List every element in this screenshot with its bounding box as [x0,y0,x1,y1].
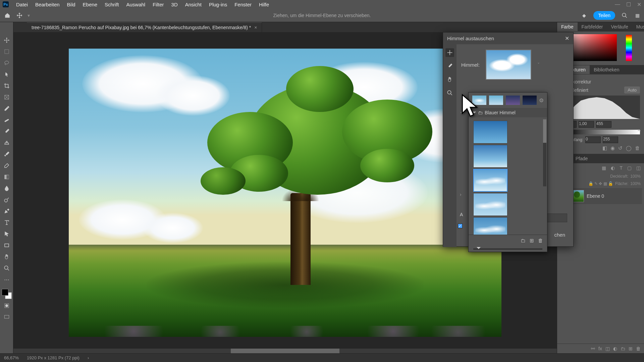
tab-patterns[interactable]: Muster [632,22,644,31]
filter-shape-icon[interactable]: ▢ [627,165,632,171]
window-maximize-icon[interactable]: ☐ [626,1,631,8]
dialog-brush-tool-icon[interactable] [445,62,454,70]
group-layers-icon[interactable]: 🗀 [621,346,625,351]
import-folder-icon[interactable]: 🗀 [521,238,526,244]
lock-icons[interactable]: 🔒 ✎ ✥ ▦ 🔓 [588,181,613,186]
preview-checkbox[interactable] [458,224,463,228]
recent-sky-thumb[interactable] [489,95,503,105]
clip-icon[interactable]: ◧ [602,145,607,151]
reset-icon[interactable]: ↺ [618,145,623,151]
gradient-tool-icon[interactable] [2,172,11,182]
sky-folder-header[interactable]: 🗀 Blauer Himmel [469,108,547,117]
layer-style-icon[interactable]: fx [598,346,602,351]
filter-pixel-icon[interactable]: ▦ [602,165,606,171]
cloud-status-icon[interactable]: ◆ [581,12,587,19]
eyedropper-tool-icon[interactable] [2,104,11,113]
foreground-color-swatch[interactable] [2,289,8,296]
frame-tool-icon[interactable] [2,93,11,102]
layer-mask-icon[interactable]: ◫ [605,346,610,351]
window-close-icon[interactable]: ✕ [637,1,641,8]
delete-layer-icon[interactable]: 🗑 [636,346,641,351]
status-chevron-icon[interactable]: › [88,355,89,360]
delete-adjustment-icon[interactable]: 🗑 [635,145,640,151]
fill-value[interactable]: 100% [630,181,641,186]
path-select-tool-icon[interactable] [2,229,11,239]
thumbnail-size-slider[interactable] [469,246,547,252]
eraser-tool-icon[interactable] [2,161,11,170]
delete-preset-icon[interactable]: 🗑 [538,238,543,244]
rectangle-tool-icon[interactable] [2,241,11,250]
crop-tool-icon[interactable] [2,81,11,90]
blur-tool-icon[interactable] [2,184,11,193]
adjustment-layer-icon[interactable]: ◐ [613,346,617,351]
hand-tool-icon[interactable] [2,252,11,261]
zoom-tool-icon[interactable] [2,263,11,273]
level-mid-input[interactable]: 1,00 [579,121,594,128]
foreground-background-colors[interactable] [2,289,12,299]
output-min-input[interactable]: 0 [585,136,601,143]
recent-sky-thumb[interactable] [505,95,520,105]
share-button[interactable]: Teilen [593,11,615,20]
tab-swatches[interactable]: Farbfelder [578,22,607,31]
filter-adj-icon[interactable]: ◐ [611,165,615,171]
tab-libraries[interactable]: Bibliotheken [590,65,623,74]
picker-settings-icon[interactable]: ⚙ [539,97,544,104]
menu-item-edit[interactable]: Bearbeiten [32,1,63,8]
filter-type-icon[interactable]: T [620,165,623,171]
quick-select-tool-icon[interactable] [2,70,11,79]
hue-slider[interactable] [626,35,632,61]
quick-mask-icon[interactable] [2,301,11,310]
move-tool-icon[interactable] [2,36,11,45]
pen-tool-icon[interactable] [2,206,11,216]
lasso-tool-icon[interactable] [2,58,11,68]
sky-dropdown-chevron-icon[interactable]: ˅ [537,62,540,67]
dialog-move-tool-icon[interactable] [445,48,454,57]
dialog-hand-tool-icon[interactable] [445,75,454,84]
tab-gradients[interactable]: Verläufe [607,22,632,31]
zoom-level[interactable]: 66,67% [4,355,19,360]
home-icon[interactable] [3,11,11,19]
dodge-tool-icon[interactable] [2,195,11,204]
menu-item-select[interactable]: Auswahl [123,1,149,8]
edit-toolbar-icon[interactable]: ⋯ [2,275,11,284]
type-tool-icon[interactable] [2,218,11,227]
level-white-input[interactable]: 455 [596,121,611,128]
picker-scrollbar-thumb[interactable] [543,119,546,143]
new-preset-icon[interactable]: ⊞ [530,238,534,244]
document-tab[interactable]: tree-7186835_Ramon Perucho auf Pixabay.j… [27,22,262,32]
sky-preset-thumb[interactable] [473,145,507,168]
filter-smart-icon[interactable]: ◫ [636,165,641,171]
recent-sky-thumb[interactable] [472,95,487,105]
sky-preset-thumb-selected[interactable] [473,169,507,192]
section-chevron-icon[interactable]: › [460,192,462,197]
workspace-icon[interactable]: ▦ [634,12,641,19]
sky-preset-thumb[interactable] [473,217,507,235]
dialog-zoom-tool-icon[interactable] [445,88,454,97]
menu-item-window[interactable]: Fenster [231,1,255,8]
screen-mode-icon[interactable] [2,312,11,322]
menu-item-image[interactable]: Bild [64,1,79,8]
search-icon[interactable] [621,12,628,19]
menu-item-view[interactable]: Ansicht [182,1,205,8]
menu-item-layer[interactable]: Ebene [79,1,101,8]
menu-item-plugins[interactable]: Plug-ins [206,1,230,8]
layer-name[interactable]: Ebene 0 [587,193,604,199]
dialog-cancel-button-fragment[interactable]: chen [554,232,565,238]
section-chevron-icon[interactable]: ˅ [460,111,462,117]
tab-color[interactable]: Farbe [557,22,578,31]
output-max-input[interactable]: 255 [603,136,618,143]
marquee-tool-icon[interactable] [2,47,11,56]
menu-item-3d[interactable]: 3D [168,1,181,8]
toggle-visibility-icon[interactable]: ◯ [626,145,632,151]
sky-preset-thumb[interactable] [473,121,507,143]
dialog-close-icon[interactable]: ✕ [565,35,569,42]
horizontal-scrollbar[interactable] [13,349,557,353]
tab-paths[interactable]: Pfade [572,154,592,163]
menu-item-filter[interactable]: Filter [149,1,167,8]
healing-brush-tool-icon[interactable] [2,115,11,125]
menu-item-help[interactable]: Hilfe [256,1,272,8]
brush-tool-icon[interactable] [2,127,11,136]
sky-preview-thumbnail[interactable] [486,50,531,80]
opacity-value[interactable]: 100% [630,174,641,179]
auto-button[interactable]: Auto [624,86,640,94]
